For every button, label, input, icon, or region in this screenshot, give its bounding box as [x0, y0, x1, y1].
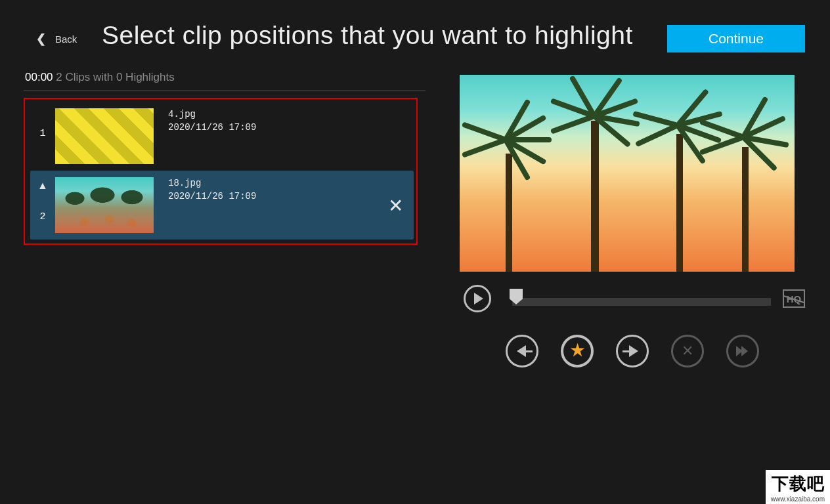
star-icon: ★ [569, 341, 586, 360]
watermark: 下载吧 www.xiazaiba.com [766, 470, 830, 504]
highlight-button[interactable]: ★ [561, 335, 594, 368]
clip-list-panel: 00:00 2 Clips with 0 Highlights 1 4.jpg … [24, 66, 431, 245]
progress-bar[interactable] [512, 291, 771, 306]
watermark-title: 下载吧 [771, 472, 825, 495]
preview-image [460, 75, 795, 272]
arrow-left-icon [517, 345, 526, 357]
skip-button[interactable] [726, 335, 759, 368]
continue-label: Continue [709, 31, 764, 47]
play-icon [474, 293, 483, 304]
player-row: HQ [460, 285, 805, 312]
clip-index-col: 1 [30, 108, 55, 139]
clip-index-col: ▲ 2 [30, 177, 55, 222]
progress-track [512, 298, 771, 306]
controls-row: ★ ✕ [460, 335, 805, 368]
next-button[interactable] [616, 335, 649, 368]
hq-toggle[interactable]: HQ [783, 289, 805, 308]
clip-timestamp: 2020/11/26 17:09 [168, 121, 256, 135]
clip-timestamp: 2020/11/26 17:09 [168, 190, 256, 203]
back-button[interactable]: ❮ Back [36, 32, 77, 46]
header: ❮ Back Select clip positions that you wa… [0, 0, 830, 59]
continue-button[interactable]: Continue [667, 25, 805, 52]
arrow-right-icon [629, 345, 638, 357]
clip-meta: 18.jpg 2020/11/26 17:09 [154, 177, 256, 203]
clip-panel-highlight: 1 4.jpg 2020/11/26 17:09 ▲ 2 18.jpg 2020… [24, 98, 418, 245]
remove-highlight-button[interactable]: ✕ [671, 335, 704, 368]
hq-label: HQ [787, 293, 802, 304]
chevron-left-icon: ❮ [36, 32, 46, 46]
back-label: Back [55, 33, 77, 45]
main: 00:00 2 Clips with 0 Highlights 1 4.jpg … [0, 66, 830, 504]
clip-thumbnail[interactable] [55, 177, 154, 233]
play-button[interactable] [464, 285, 491, 312]
status-bar: 00:00 2 Clips with 0 Highlights [24, 66, 426, 91]
move-up-icon[interactable]: ▲ [37, 180, 48, 192]
skip-icon [736, 345, 749, 358]
preview-panel: HQ ★ ✕ [460, 75, 805, 368]
clip-filename: 18.jpg [168, 177, 256, 190]
clip-row[interactable]: 1 4.jpg 2020/11/26 17:09 [30, 102, 414, 171]
watermark-url: www.xiazaiba.com [771, 495, 825, 503]
prev-button[interactable] [506, 335, 538, 368]
clip-index: 2 [39, 211, 45, 222]
page-title: Select clip positions that you want to h… [102, 21, 633, 50]
clip-row[interactable]: ▲ 2 18.jpg 2020/11/26 17:09 ✕ [30, 171, 414, 240]
clip-meta: 4.jpg 2020/11/26 17:09 [154, 108, 256, 134]
clip-thumbnail[interactable] [55, 108, 154, 164]
status-time: 00:00 [25, 71, 53, 83]
status-summary: 2 Clips with 0 Highlights [56, 71, 174, 83]
clip-index: 1 [39, 128, 45, 139]
clip-filename: 4.jpg [168, 108, 256, 121]
close-icon: ✕ [682, 343, 693, 360]
remove-clip-icon[interactable]: ✕ [388, 194, 403, 216]
